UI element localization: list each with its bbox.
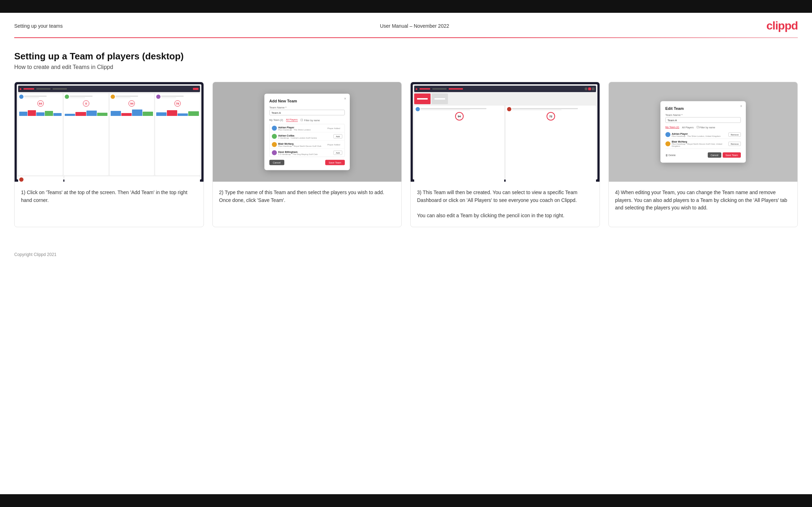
ss2-save-team-button[interactable]: Save Team xyxy=(325,160,345,165)
ss4-player-list: Adrian Player Plus Handicap · The Shire … xyxy=(665,131,741,149)
ss3-icon-2 xyxy=(588,87,591,90)
card-2: Add New Team × Team Name * Team A My Tea… xyxy=(212,82,402,227)
ss2-action-2[interactable]: Add xyxy=(333,134,342,139)
page-title: Setting up a Team of players (desktop) xyxy=(14,51,798,62)
page-content: Setting up a Team of players (desktop) H… xyxy=(0,38,812,249)
ss1-avatar-1 xyxy=(19,95,23,99)
ss2-field-label: Team Name * xyxy=(269,106,345,109)
ss1-player-card-1: 84 xyxy=(18,94,63,175)
ss2-player-info-1: Adrian Player Plus Handicap · The Shire … xyxy=(278,126,324,130)
ss3-nav xyxy=(414,86,596,92)
ss4-filter-checkbox[interactable] xyxy=(697,126,699,128)
ss4-delete-button[interactable]: 🗑 Delete xyxy=(665,154,676,156)
ss2-close-icon[interactable]: × xyxy=(344,97,346,101)
ss2-player-row-2: Adrian Coliba 1 Handicap · Central Londo… xyxy=(270,133,344,141)
ss1-score-2: 0 xyxy=(83,100,89,107)
ss1-nav-item1 xyxy=(36,88,51,90)
ss1-nav xyxy=(18,86,200,92)
ss2-action-4[interactable]: Add xyxy=(333,151,342,155)
ss1-name-2 xyxy=(70,96,92,97)
ss4-tab-my-team[interactable]: My Team (2) xyxy=(665,126,679,129)
ss1-score-3: 94 xyxy=(128,100,135,107)
trash-icon: 🗑 xyxy=(665,154,668,156)
ss1-avatar-3 xyxy=(111,95,115,99)
ss2-player-name-3: Blair McHarg xyxy=(278,142,324,145)
ss1-name-1 xyxy=(24,96,47,97)
ss1-score-4: 78 xyxy=(174,100,181,107)
ss1-avatar-2 xyxy=(65,95,69,99)
ss4-player-sub-2: Plus Handicap · Royal North Devon Golf C… xyxy=(672,143,727,147)
ss2-avatar-adrian-coliba xyxy=(272,134,277,139)
ss3-cards-row: 94 xyxy=(414,106,596,182)
ss1-name-4 xyxy=(161,96,184,97)
ss1-sub-3 xyxy=(116,97,131,98)
ss3-nav-dot xyxy=(416,88,417,90)
ss4-close-icon[interactable]: × xyxy=(740,104,742,108)
ss1-player-card-4: 78 xyxy=(155,94,200,175)
ss2-avatar-adrian-player xyxy=(272,126,277,131)
ss2-filter-label: Filter by name xyxy=(301,119,320,121)
ss2-tab-all-players[interactable]: All Players xyxy=(286,118,298,122)
ss3-bars-1 xyxy=(416,180,503,182)
ss4-player-sub-1: Plus Handicap · The Shire London, United… xyxy=(672,135,727,137)
ss1-bars-4 xyxy=(156,109,199,116)
screenshot-3: 94 xyxy=(411,82,600,182)
ss2-tab-my-team[interactable]: My Team (2) xyxy=(269,118,283,122)
ss4-player-row-1: Adrian Player Plus Handicap · The Shire … xyxy=(665,131,741,139)
ss2-player-sub-2: 1 Handicap · Central London Golf Centre xyxy=(278,137,332,139)
card-4: Edit Team × Team Name * Team A My Team (… xyxy=(608,82,798,227)
ss2-player-name-1: Adrian Player xyxy=(278,126,324,128)
ss1-nav-item2 xyxy=(53,88,67,90)
ss3-score-1: 94 xyxy=(455,112,464,121)
ss4-footer-right: Cancel Save Team xyxy=(708,153,741,158)
ss3-player-panel-2: 72 xyxy=(506,106,596,182)
ss2-cancel-button[interactable]: Cancel xyxy=(269,160,284,165)
ss1-score-1: 84 xyxy=(37,100,44,107)
ss3-nav-brand xyxy=(420,88,430,90)
ss3-team-tab xyxy=(414,94,431,104)
ss4-player-name-1: Adrian Player xyxy=(672,132,727,135)
ss4-player-name-2: Blair McHarg xyxy=(672,140,727,143)
ss2-player-info-3: Blair McHarg Plus Handicap · Royal North… xyxy=(278,142,324,147)
ss2-player-row-3: Blair McHarg Plus Handicap · Royal North… xyxy=(270,141,344,149)
header-left-text: Setting up your teams xyxy=(14,23,63,29)
ss3-all-players-tab xyxy=(432,94,448,104)
ss2-player-row-1: Adrian Player Plus Handicap · The Shire … xyxy=(270,124,344,133)
header-center-text: User Manual – November 2022 xyxy=(380,23,449,29)
ss3-inner: 94 xyxy=(413,84,597,180)
ss4-cancel-button[interactable]: Cancel xyxy=(708,153,721,158)
ss1-player-card-5: 72 xyxy=(18,176,63,182)
screenshot-1: 84 xyxy=(15,82,204,182)
screenshot-4: Edit Team × Team Name * Team A My Team (… xyxy=(609,82,798,182)
ss1-avatar-5 xyxy=(19,177,23,182)
ss4-player-info-2: Blair McHarg Plus Handicap · Royal North… xyxy=(672,140,727,147)
ss1-avatar-4 xyxy=(156,95,160,99)
header: Setting up your teams User Manual – Nove… xyxy=(0,13,812,37)
ss4-save-team-button[interactable]: Save Team xyxy=(723,153,741,158)
ss2-player-sub-1: Plus Handicap · The Shire London xyxy=(278,128,324,130)
ss4-remove-btn-2[interactable]: Remove xyxy=(728,142,740,146)
ss2-team-name-input[interactable]: Team A xyxy=(269,110,345,116)
ss1-bars-2 xyxy=(65,109,107,116)
ss1-chart-area xyxy=(64,176,200,182)
card-2-desc: 2) Type the name of this Team and then s… xyxy=(213,182,402,227)
ss2-player-name-2: Adrian Coliba xyxy=(278,134,332,137)
ss4-team-name-input[interactable]: Team A xyxy=(665,117,741,123)
ss4-remove-btn-1[interactable]: Remove xyxy=(728,133,740,137)
ss1-sub-4 xyxy=(161,97,176,98)
ss1-sub-1 xyxy=(24,97,39,98)
ss2-avatar-dave-billingham xyxy=(272,150,277,155)
ss4-tabs: My Team (2) All Players Filter by name xyxy=(665,126,741,129)
ss4-tab-all-players[interactable]: All Players xyxy=(682,126,694,128)
ss2-player-sub-3: Plus Handicap · Royal North Devon Golf C… xyxy=(278,145,324,147)
ss1-inner: 84 xyxy=(17,84,201,180)
ss2-player-row-4: Dave Billingham 1.5 Handicap · The Dog M… xyxy=(270,149,344,157)
ss2-tabs: My Team (2) All Players Filter by name xyxy=(269,118,345,122)
card-3-desc: 3) This Team will then be created. You c… xyxy=(411,182,600,227)
ss1-nav-dot xyxy=(20,88,21,90)
ss2-filter-checkbox[interactable] xyxy=(301,119,303,121)
card-3: 94 xyxy=(410,82,600,227)
ss4-field-label: Team Name * xyxy=(665,113,741,117)
ss1-nav-brand xyxy=(23,88,34,90)
clippd-logo: clippd xyxy=(766,19,798,32)
